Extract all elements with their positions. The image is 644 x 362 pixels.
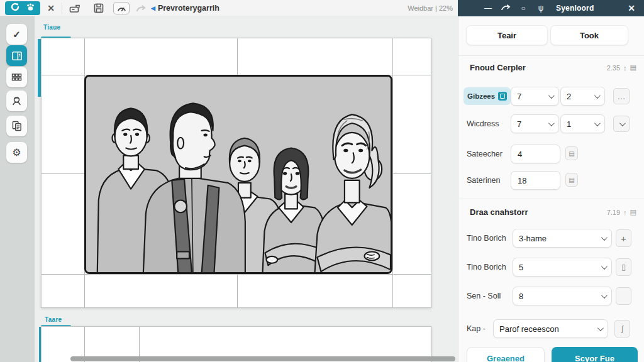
minimize-icon[interactable]: — [482, 4, 494, 13]
select-value: 1 [567, 119, 571, 129]
section2-title: Draa cnahstorr [470, 207, 528, 217]
gibzees-more-button[interactable]: … [613, 88, 630, 104]
confirm-tool-button[interactable]: ✓ [6, 24, 27, 45]
kap-select[interactable]: Parof receescon [493, 319, 608, 338]
panel-layout-icon [11, 51, 23, 61]
zoom-level-label: Weidbar | 22% [385, 0, 453, 16]
app-logo[interactable] [5, 1, 40, 15]
export-drawer-icon[interactable] [67, 0, 83, 16]
swirl-icon [10, 2, 20, 14]
chevron-down-icon [594, 92, 601, 99]
saterinen-label: Saterinen [467, 171, 501, 190]
add-button[interactable]: + [616, 229, 631, 247]
page-icon[interactable]: ▤ [630, 208, 636, 216]
gibzees-select-2[interactable]: 2 [560, 87, 605, 106]
sateecher-input[interactable]: 4 [511, 145, 560, 163]
window-close-icon[interactable]: ✕ [625, 3, 638, 13]
select-value: 7 [517, 92, 521, 101]
wicdress-expand-button[interactable] [613, 116, 630, 132]
clipboard-pages-icon [12, 121, 22, 131]
section1-meta: 2.35 ↕ ▤ [607, 63, 636, 72]
divider [458, 199, 644, 199]
comic-panel[interactable] [84, 75, 392, 274]
hook-icon: ʃ [621, 324, 623, 333]
select-value: 7 [517, 119, 521, 129]
sen-soll-label: Sen - Soll [467, 287, 501, 305]
guide-line [42, 274, 431, 275]
saterinen-page-button[interactable]: ▤ [565, 173, 578, 187]
secondary-action-button[interactable]: Greaened [467, 347, 545, 362]
properties-sidebar: Teair Took Fnoud Cerpler 2.35 ↕ ▤ Gibzee… [458, 16, 644, 362]
save-icon[interactable] [91, 0, 107, 16]
tino-borich-1-label: Tino Borich [467, 229, 506, 248]
grid-tool-button[interactable] [6, 67, 27, 87]
close-glyph: ✕ [47, 3, 55, 13]
row-gibzees-chip[interactable]: Gibzees [464, 87, 511, 105]
settings-tool-button[interactable]: ⚙ [6, 142, 27, 163]
canvas-area[interactable]: Tiaue [35, 16, 458, 362]
primary-action-button[interactable]: Scyor Fue [552, 347, 638, 362]
chevron-down-icon [601, 234, 608, 241]
chevron-down-icon [597, 325, 604, 331]
blank-button[interactable] [616, 287, 631, 305]
chevron-down-icon [548, 120, 555, 126]
tino-borich-2-label: Tino Borich [467, 258, 506, 277]
character-tool-button[interactable] [6, 90, 27, 111]
select-value: 2 [567, 92, 571, 101]
page2-label[interactable]: Taare [45, 316, 62, 323]
title-marker-icon: ◀ [151, 5, 155, 11]
paw-icon [26, 3, 35, 14]
saterinen-input[interactable]: 18 [511, 171, 560, 190]
page1-label[interactable]: Tiaue [43, 24, 60, 31]
layout-panel-tool-button[interactable] [6, 45, 27, 66]
redo-arrow-icon[interactable] [499, 4, 512, 13]
gauge-button[interactable] [113, 2, 130, 14]
page-icon: ▤ [569, 177, 574, 184]
gibzees-select-1[interactable]: 7 [511, 87, 559, 106]
top-toolbar: ✕ ◀ Prevroterygarrih Weidbar | 22% [0, 0, 458, 16]
document-title: ◀ Prevroterygarrih [151, 0, 219, 16]
wicdress-select-1[interactable]: 7 [511, 114, 559, 133]
input-value: 4 [518, 150, 522, 159]
tino-borich-2-select[interactable]: 5 [513, 258, 612, 277]
pill-button[interactable]: ▯ [616, 258, 631, 276]
section1-title: Fnoud Cerpler [470, 63, 526, 72]
pages-tool-button[interactable] [6, 116, 27, 136]
check-icon: ✓ [13, 29, 21, 40]
tab-left[interactable]: Teair [466, 25, 548, 45]
face-icon [11, 96, 22, 106]
hook-button[interactable]: ʃ [614, 320, 630, 337]
select-value: Parof receescon [499, 324, 559, 334]
row-gibzees-label: Gibzees [467, 92, 495, 100]
chevron-down-icon [594, 120, 601, 126]
up-icon[interactable]: ↑ [623, 209, 627, 216]
divider [458, 55, 644, 56]
sen-soll-select[interactable]: 8 [513, 287, 612, 305]
document-title-text: Prevroterygarrih [158, 4, 219, 13]
tab-right[interactable]: Took [550, 25, 628, 45]
sateecher-page-button[interactable]: ▤ [565, 146, 578, 160]
page-icon: ▤ [569, 150, 574, 157]
close-document-icon[interactable]: ✕ [44, 0, 58, 16]
grid-icon [11, 73, 22, 82]
updown-icon[interactable]: ↕ [623, 64, 627, 72]
redo-disabled-icon[interactable] [135, 0, 148, 16]
wicdress-select-2[interactable]: 1 [560, 114, 605, 133]
record-circle-icon[interactable]: ○ [517, 4, 530, 13]
chevron-down-icon [619, 120, 625, 126]
page-icon[interactable]: ▤ [630, 63, 636, 72]
page-1[interactable] [41, 38, 431, 308]
section2-meta: 7.19 ↑ ▤ [607, 208, 636, 216]
window-titlebar: — ○ ψ Syenloord ✕ [458, 0, 644, 16]
chip-badge-icon [498, 92, 507, 101]
kap-label: Kap - [467, 319, 486, 338]
app-name: Syenloord [556, 4, 594, 13]
sateecher-label: Sateecher [467, 145, 502, 163]
select-value: 5 [519, 263, 523, 272]
select-value: 3-hame [519, 234, 547, 243]
chevron-down-icon [601, 292, 608, 299]
psi-icon[interactable]: ψ [535, 4, 547, 13]
tino-borich-1-select[interactable]: 3-hame [513, 229, 612, 248]
horizontal-scrollbar[interactable] [70, 356, 455, 361]
left-toolbar: ✓ ⚙ [0, 16, 35, 362]
